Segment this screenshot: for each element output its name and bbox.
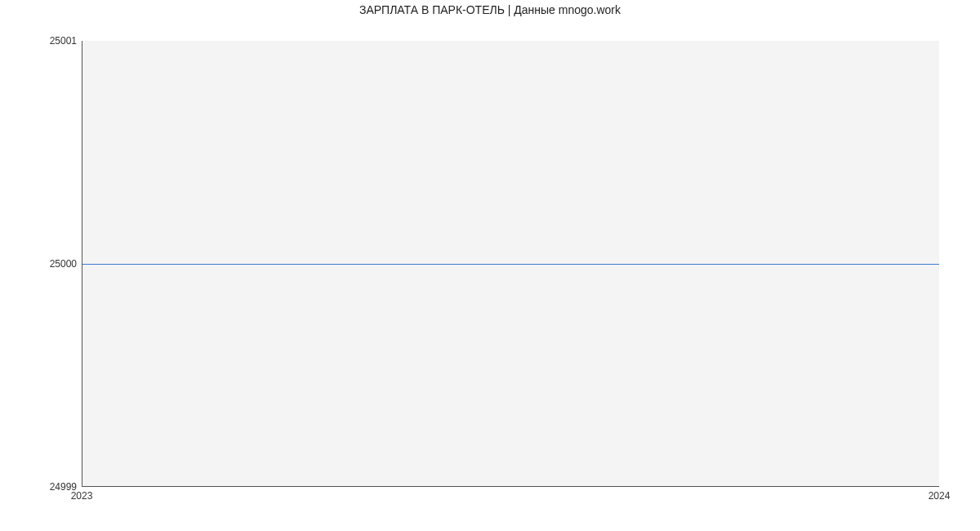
y-tick-label: 25000 (50, 258, 77, 270)
x-tick-label: 2024 (929, 490, 951, 502)
chart-container: ЗАРПЛАТА В ПАРК-ОТЕЛЬ | Данные mnogo.wor… (0, 0, 980, 531)
y-tick-label: 25001 (50, 35, 77, 47)
x-tick-label: 2023 (71, 490, 93, 502)
data-line (82, 264, 939, 265)
plot-area (82, 41, 939, 487)
chart-title: ЗАРПЛАТА В ПАРК-ОТЕЛЬ | Данные mnogo.wor… (0, 3, 980, 16)
